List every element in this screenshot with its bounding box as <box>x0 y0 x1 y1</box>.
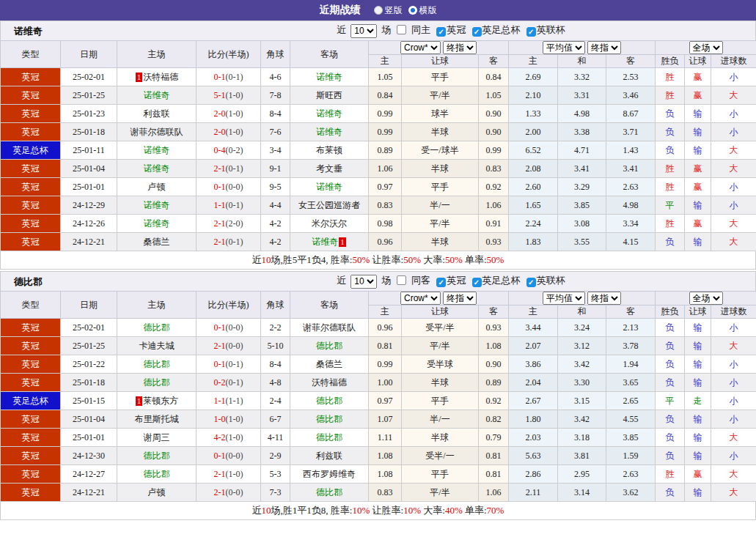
summary-segment: 单率: <box>463 505 487 516</box>
home-team-cell: 德比郡 <box>117 447 197 465</box>
euro-draw-odds: 3.08 <box>558 215 606 233</box>
home-team-cell: 谢周三 <box>117 429 197 447</box>
result-handicap: 输 <box>685 319 711 337</box>
filter-facup-checkbox[interactable] <box>472 278 482 287</box>
asia-away-odds: 0.83 <box>479 160 509 178</box>
result-wdl: 负 <box>656 447 685 465</box>
score-cell: 5-1(1-0) <box>197 86 261 105</box>
filter-eflcup-label[interactable]: 英联杯 <box>537 24 565 35</box>
home-team-cell: 卢顿 <box>117 484 197 502</box>
col-asia-line: 让球 <box>402 305 479 319</box>
asia-home-odds: 0.84 <box>369 86 402 105</box>
match-row: 英冠24-12-29诺维奇1-1(0-1)4-4女王公园巡游者0.83半/一1.… <box>1 196 756 215</box>
corners-cell: 7-8 <box>261 86 290 105</box>
euro-stage-select[interactable]: 终指 <box>587 41 621 54</box>
filter-league-label[interactable]: 英冠 <box>447 24 466 35</box>
summary-segment: 让胜率: <box>370 254 403 265</box>
asia-stage-select[interactable]: 终指 <box>443 292 477 305</box>
filter-league-checkbox[interactable] <box>436 278 446 287</box>
same-venue-label[interactable]: 同主 <box>411 24 430 35</box>
match-date: 25-02-01 <box>61 319 117 337</box>
away-team-cell: 诺维奇 <box>290 123 369 141</box>
asia-handicap-line: 受半球 <box>402 355 479 374</box>
asia-handicap-line: 半球 <box>402 429 479 447</box>
asia-handicap-line: 平/半 <box>402 337 479 355</box>
col-euro-away: 客 <box>606 55 656 68</box>
col-score: 比分(半场) <box>197 292 261 319</box>
asia-away-odds: 0.84 <box>479 68 509 86</box>
asia-company-select[interactable]: Crow* <box>400 41 441 54</box>
asia-away-odds: 1.06 <box>479 196 509 215</box>
match-date: 25-01-25 <box>61 337 117 355</box>
vertical-layout-radio-icon[interactable] <box>374 6 383 15</box>
euro-draw-odds: 3.18 <box>558 429 606 447</box>
home-team-cell: 1沃特福德 <box>117 68 197 86</box>
euro-away-odds: 1.59 <box>606 447 656 465</box>
asia-home-odds: 0.89 <box>369 141 402 160</box>
filter-facup-checkbox[interactable] <box>472 27 482 37</box>
euro-stage-select[interactable]: 终指 <box>587 292 621 305</box>
result-goals: 小 <box>711 105 756 123</box>
summary-bar: 近10场,胜1平1负8, 胜率:10% 让胜率:10% 大率:40% 单率:70… <box>0 502 756 520</box>
score-cell: 0-1(0-1) <box>197 68 261 86</box>
horizontal-layout-label[interactable]: 横版 <box>419 4 437 17</box>
col-date: 日期 <box>61 292 117 319</box>
corners-cell: 6-7 <box>261 410 290 429</box>
games-count-select[interactable]: 10 <box>351 275 377 289</box>
summary-segment: 50% <box>445 254 463 265</box>
euro-draw-odds: 2.95 <box>558 465 606 484</box>
filter-eflcup-checkbox[interactable] <box>526 278 536 287</box>
asia-home-odds: 1.11 <box>369 429 402 447</box>
euro-company-select[interactable]: 平均值 <box>543 41 585 54</box>
filter-eflcup-label[interactable]: 英联杯 <box>537 275 565 286</box>
asia-stage-select[interactable]: 终指 <box>443 41 477 54</box>
match-scope-select[interactable]: 全场 <box>689 292 723 305</box>
opponent-team-name: 桑德兰 <box>316 359 342 369</box>
halftime-score: (1-0) <box>226 127 243 137</box>
euro-company-select[interactable]: 平均值 <box>543 292 585 305</box>
euro-away-odds: 8.67 <box>606 105 656 123</box>
euro-away-odds: 2.65 <box>606 392 656 410</box>
asia-away-odds: 1.08 <box>479 337 509 355</box>
match-date: 25-02-01 <box>61 68 117 86</box>
filter-league-checkbox[interactable] <box>436 27 446 37</box>
focus-team-name: 德比郡 <box>144 377 170 388</box>
asia-company-select[interactable]: Crow* <box>400 292 441 305</box>
results-table: 类型 日期 主场 比分(半场) 角球 客场 Crow* 终指 平均值 终指 <box>0 291 756 502</box>
summary-segment: 10% <box>403 505 421 516</box>
filter-league-label[interactable]: 英冠 <box>447 275 466 286</box>
horizontal-layout-radio-icon[interactable] <box>408 6 417 15</box>
euro-home-odds: 6.52 <box>509 141 558 160</box>
same-venue-checkbox[interactable] <box>397 25 406 34</box>
result-goals: 小 <box>711 68 756 86</box>
asia-handicap-line: 半/一 <box>402 196 479 215</box>
filter-facup-label[interactable]: 英足总杯 <box>482 275 521 286</box>
match-date: 24-12-27 <box>61 465 117 484</box>
corners-cell: 4-8 <box>261 374 290 392</box>
asia-home-odds: 0.97 <box>369 178 402 196</box>
result-goals: 大 <box>711 429 756 447</box>
home-team-cell: 诺维奇 <box>117 215 197 233</box>
filter-facup-label[interactable]: 英足总杯 <box>482 24 521 35</box>
col-corners: 角球 <box>261 292 290 319</box>
fulltime-score: 2-1 <box>214 237 226 247</box>
competition-badge: 英冠 <box>1 319 61 337</box>
match-date: 25-01-01 <box>61 178 117 196</box>
result-handicap: 赢 <box>685 160 711 178</box>
euro-away-odds: 3.71 <box>606 123 656 141</box>
euro-home-odds: 2.07 <box>509 337 558 355</box>
filter-eflcup-checkbox[interactable] <box>526 27 536 37</box>
score-cell: 1-1(1-1) <box>197 392 261 410</box>
home-team-cell: 诺维奇 <box>117 196 197 215</box>
asia-handicap-line: 平手 <box>402 465 479 484</box>
asia-home-odds: 0.98 <box>369 215 402 233</box>
vertical-layout-label[interactable]: 竖版 <box>385 4 403 17</box>
score-cell: 2-0(1-0) <box>197 105 261 123</box>
same-venue-checkbox[interactable] <box>397 275 406 285</box>
match-scope-select[interactable]: 全场 <box>689 41 723 54</box>
corners-cell: 8-4 <box>261 355 290 374</box>
competition-badge: 英冠 <box>1 215 61 233</box>
result-handicap: 赢 <box>685 465 711 484</box>
same-venue-label[interactable]: 同客 <box>411 275 430 286</box>
games-count-select[interactable]: 10 <box>351 24 377 38</box>
